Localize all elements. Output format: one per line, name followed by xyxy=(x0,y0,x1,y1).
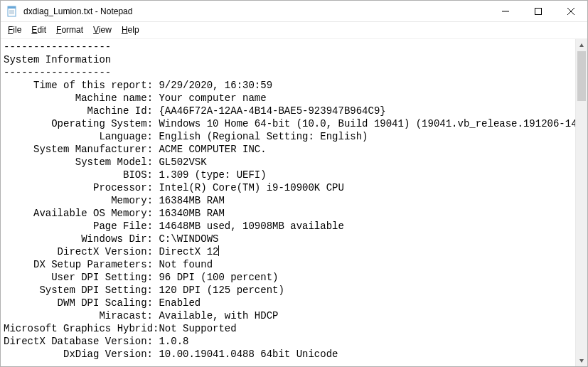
text-line: ------------------ xyxy=(4,66,572,79)
text-line: DxDiag Version: 10.00.19041.0488 64bit U… xyxy=(4,348,572,361)
field-label: BIOS: xyxy=(4,169,153,181)
field-label: Memory: xyxy=(4,194,153,207)
svg-rect-1 xyxy=(8,6,16,9)
field-label: Microsoft Graphics Hybrid: xyxy=(4,322,153,335)
text-area[interactable]: ------------------System Information----… xyxy=(1,39,575,366)
text-line: System DPI Setting: 120 DPI (125 percent… xyxy=(4,284,572,297)
svg-marker-10 xyxy=(579,359,584,363)
text-line: Available OS Memory: 16340MB RAM xyxy=(4,207,572,220)
field-label: DirectX Version: xyxy=(4,245,153,258)
field-label: Processor: xyxy=(4,181,153,194)
close-button[interactable] xyxy=(555,1,587,21)
minimize-button[interactable] xyxy=(489,1,522,21)
field-label: DxDiag Version: xyxy=(4,348,153,361)
field-label: DirectX Database Version: xyxy=(4,335,153,348)
text-line: User DPI Setting: 96 DPI (100 percent) xyxy=(4,271,572,284)
notepad-icon xyxy=(6,6,18,17)
scroll-down-button[interactable] xyxy=(576,354,587,366)
field-value: 16384MB RAM xyxy=(159,195,224,206)
titlebar[interactable]: dxdiag_Lumion.txt - Notepad xyxy=(1,1,587,22)
field-value: Available, with HDCP xyxy=(159,310,278,321)
field-value: 14648MB used, 10908MB available xyxy=(159,220,343,232)
field-value: Enabled xyxy=(159,297,201,309)
field-value: Windows 10 Home 64-bit (10.0, Build 1904… xyxy=(159,118,575,129)
field-label: DX Setup Parameters: xyxy=(4,258,153,271)
text-line: System Information xyxy=(4,53,572,66)
window-title: dxdiag_Lumion.txt - Notepad xyxy=(22,6,489,16)
field-label: Time of this report: xyxy=(4,79,153,92)
text-line: Microsoft Graphics Hybrid: Not Supported xyxy=(4,322,572,335)
text-line: System Model: GL502VSK xyxy=(4,156,572,169)
text-line: Machine Id: {AA46F72A-12AA-4B14-BAE5-923… xyxy=(4,105,572,117)
text-line: Machine name: Your computer name xyxy=(4,92,572,105)
menubar: File Edit Format View Help xyxy=(1,22,587,38)
field-label: Language: xyxy=(4,130,153,143)
text-line: DirectX Version: DirectX 12 xyxy=(4,245,572,258)
field-label: Windows Dir: xyxy=(4,233,153,245)
text-line: Page File: 14648MB used, 10908MB availab… xyxy=(4,220,572,233)
field-value: 9/29/2020, 16:30:59 xyxy=(159,80,272,91)
menu-edit[interactable]: Edit xyxy=(27,23,50,36)
field-label: System Manufacturer: xyxy=(4,143,153,156)
field-label: User DPI Setting: xyxy=(4,271,153,284)
text-line: BIOS: 1.309 (type: UEFI) xyxy=(4,169,572,181)
field-value: English (Regional Setting: English) xyxy=(159,131,368,142)
field-value: GL502VSK xyxy=(159,156,206,168)
field-value: C:\WINDOWS xyxy=(159,233,218,245)
text-line: DWM DPI Scaling: Enabled xyxy=(4,297,572,309)
field-value: Intel(R) Core(TM) i9-10900K CPU xyxy=(159,182,343,193)
field-label: Available OS Memory: xyxy=(4,207,153,220)
field-label: Machine Id: xyxy=(4,105,153,117)
menu-view[interactable]: View xyxy=(89,23,116,36)
field-label: System Model: xyxy=(4,156,153,169)
field-value: 16340MB RAM xyxy=(159,208,224,219)
field-value: Your computer name xyxy=(159,92,266,104)
field-value: Not found xyxy=(159,259,213,270)
field-value: ACME COMPUTER INC. xyxy=(159,144,266,155)
menu-format[interactable]: Format xyxy=(52,23,87,36)
text-line: Memory: 16384MB RAM xyxy=(4,194,572,207)
field-value: 10.00.19041.0488 64bit Unicode xyxy=(159,349,338,360)
text-line: ------------------ xyxy=(4,41,572,53)
text-line: Processor: Intel(R) Core(TM) i9-10900K C… xyxy=(4,181,572,194)
text-line: Time of this report: 9/29/2020, 16:30:59 xyxy=(4,79,572,92)
field-label: DWM DPI Scaling: xyxy=(4,297,153,309)
window-controls xyxy=(489,1,587,21)
text-line: Windows Dir: C:\WINDOWS xyxy=(4,233,572,245)
text-caret xyxy=(218,245,219,256)
field-value: 1.0.8 xyxy=(159,336,188,347)
vertical-scrollbar[interactable] xyxy=(575,39,587,366)
scroll-track[interactable] xyxy=(576,51,587,354)
menu-help[interactable]: Help xyxy=(117,23,144,36)
field-label: Operating System: xyxy=(4,117,153,130)
field-value: 96 DPI (100 percent) xyxy=(159,272,278,283)
field-value: {AA46F72A-12AA-4B14-BAE5-923947B964C9} xyxy=(159,105,385,117)
field-value: 120 DPI (125 percent) xyxy=(159,284,284,296)
text-line: System Manufacturer: ACME COMPUTER INC. xyxy=(4,143,572,156)
text-line: Miracast: Available, with HDCP xyxy=(4,309,572,322)
scroll-up-button[interactable] xyxy=(576,39,587,51)
field-label: Miracast: xyxy=(4,309,153,322)
svg-marker-9 xyxy=(579,43,584,47)
scroll-thumb[interactable] xyxy=(577,51,586,101)
maximize-button[interactable] xyxy=(522,1,555,21)
field-value: 1.309 (type: UEFI) xyxy=(159,169,266,181)
field-label: Page File: xyxy=(4,220,153,233)
text-line: DirectX Database Version: 1.0.8 xyxy=(4,335,572,348)
svg-rect-6 xyxy=(535,8,542,14)
text-line: Operating System: Windows 10 Home 64-bit… xyxy=(4,117,572,130)
text-line: DX Setup Parameters: Not found xyxy=(4,258,572,271)
menu-file[interactable]: File xyxy=(4,23,26,36)
field-label: System DPI Setting: xyxy=(4,284,153,297)
field-label: Machine name: xyxy=(4,92,153,105)
field-value: DirectX 12 xyxy=(159,246,218,257)
text-line: Language: English (Regional Setting: Eng… xyxy=(4,130,572,143)
field-value: Not Supported xyxy=(159,323,236,334)
